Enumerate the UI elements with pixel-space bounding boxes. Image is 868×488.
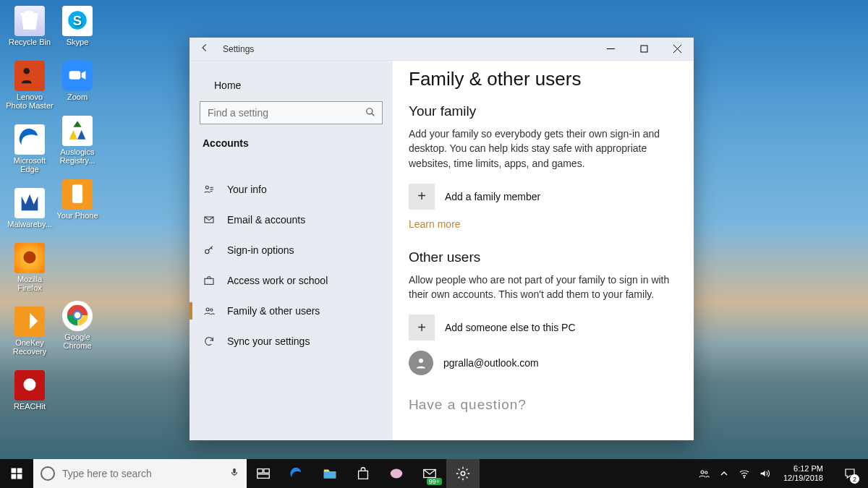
system-tray: 6:12 PM 12/19/2018 2 bbox=[698, 459, 868, 488]
svg-rect-23 bbox=[233, 468, 236, 474]
other-user-entry[interactable]: pgralla@outlook.com bbox=[409, 351, 678, 375]
task-view-button[interactable] bbox=[247, 459, 280, 488]
desktop-icon-label: REACHit bbox=[14, 402, 46, 411]
sync-icon bbox=[203, 335, 216, 347]
add-family-label: Add a family member bbox=[445, 191, 540, 202]
desktop-icon-auslogics[interactable]: Auslogics Registry... bbox=[54, 116, 101, 165]
desktop-icon-label: Lenovo Photo Master bbox=[6, 93, 53, 110]
onekey-icon bbox=[17, 309, 42, 335]
svg-rect-20 bbox=[17, 468, 22, 474]
recycle-bin-icon bbox=[17, 8, 42, 34]
svg-rect-6 bbox=[72, 184, 82, 203]
desktop-icon-label: OneKey Recovery bbox=[13, 338, 46, 356]
skype-icon: S bbox=[65, 8, 90, 34]
taskbar-clock[interactable]: 6:12 PM 12/19/2018 bbox=[779, 464, 827, 482]
desktop-icon-lenovo-photo-master[interactable]: Lenovo Photo Master bbox=[6, 61, 54, 110]
svg-rect-15 bbox=[205, 278, 213, 284]
nav-item-sync-your-settings[interactable]: Sync your settings bbox=[190, 327, 393, 356]
start-button[interactable] bbox=[0, 459, 33, 488]
home-label: Home bbox=[214, 80, 241, 91]
svg-rect-24 bbox=[258, 469, 263, 474]
taskbar-file-explorer[interactable] bbox=[313, 459, 346, 488]
action-center-button[interactable]: 2 bbox=[836, 459, 864, 488]
taskbar-mail[interactable]: 99+ bbox=[413, 459, 446, 488]
taskbar-app-paint[interactable] bbox=[380, 459, 413, 488]
phone-icon bbox=[65, 181, 90, 207]
desktop-icon-label: Malwareby... bbox=[7, 220, 52, 228]
desktop-icon-reachit[interactable]: REACHit bbox=[6, 370, 54, 411]
desktop-icon-label: Mozilla Firefox bbox=[17, 275, 42, 292]
desktop-icon-microsoft-edge[interactable]: Microsoft Edge bbox=[6, 124, 54, 174]
firefox-icon bbox=[17, 245, 42, 271]
nav-item-your-info[interactable]: Your info bbox=[190, 175, 393, 204]
desktop-icon-your-phone[interactable]: Your Phone bbox=[54, 179, 101, 220]
chrome-icon bbox=[65, 303, 90, 329]
nav-item-access-work-or-school[interactable]: Access work or school bbox=[190, 266, 393, 295]
desktop-icon-malwarebytes[interactable]: Malwareby... bbox=[6, 188, 54, 228]
minimize-button[interactable] bbox=[594, 38, 627, 61]
tray-volume-icon[interactable] bbox=[759, 468, 770, 479]
edge-icon bbox=[17, 127, 42, 153]
close-button[interactable] bbox=[660, 38, 694, 61]
desktop-icon-skype[interactable]: S Skype bbox=[54, 6, 101, 46]
tray-wifi-icon[interactable] bbox=[739, 468, 750, 479]
svg-point-12 bbox=[205, 186, 208, 189]
svg-point-0 bbox=[24, 68, 30, 74]
desktop-icon-label: Auslogics Registry... bbox=[60, 147, 95, 165]
learn-more-link[interactable]: Learn more bbox=[409, 218, 461, 230]
svg-rect-25 bbox=[264, 469, 269, 474]
nav-item-label: Sign-in options bbox=[227, 244, 294, 256]
svg-point-31 bbox=[705, 471, 707, 474]
key-icon bbox=[203, 244, 216, 256]
desktop-icon-firefox[interactable]: Mozilla Firefox bbox=[6, 243, 54, 292]
desktop-icon-label: Microsoft Edge bbox=[14, 156, 46, 174]
desktop: Recycle Bin Lenovo Photo Master Microsof… bbox=[0, 0, 868, 488]
back-button[interactable] bbox=[200, 43, 210, 55]
tray-chevron-up[interactable] bbox=[718, 468, 730, 479]
reachit-icon bbox=[17, 372, 42, 398]
desktop-icons: Recycle Bin Lenovo Photo Master Microsof… bbox=[6, 3, 122, 437]
user-email: pgralla@outlook.com bbox=[443, 357, 539, 369]
nav-item-family-other-users[interactable]: Family & other users bbox=[190, 296, 393, 325]
desktop-icon-chrome[interactable]: Google Chrome bbox=[54, 301, 101, 350]
tray-people[interactable] bbox=[698, 468, 710, 479]
taskbar-search[interactable] bbox=[33, 459, 247, 488]
nav-item-sign-in-options[interactable]: Sign-in options bbox=[190, 236, 393, 265]
nav-item-label: Family & other users bbox=[227, 305, 320, 317]
taskbar-settings[interactable] bbox=[446, 459, 480, 488]
nav-item-label: Sync your settings bbox=[227, 335, 310, 347]
photo-icon bbox=[17, 63, 42, 89]
svg-text:S: S bbox=[73, 13, 82, 28]
desktop-icon-onekey-recovery[interactable]: OneKey Recovery bbox=[6, 307, 54, 356]
nav-item-label: Email & accounts bbox=[227, 214, 305, 226]
desktop-icon-recycle-bin[interactable]: Recycle Bin bbox=[6, 6, 54, 46]
auslogics-icon bbox=[65, 118, 90, 144]
svg-rect-26 bbox=[258, 474, 270, 479]
people-icon bbox=[203, 305, 216, 317]
taskbar-store[interactable] bbox=[346, 459, 380, 488]
taskbar-edge[interactable] bbox=[280, 459, 313, 488]
search-input[interactable] bbox=[200, 101, 383, 124]
add-family-member[interactable]: + Add a family member bbox=[409, 184, 678, 210]
add-other-label: Add someone else to this PC bbox=[445, 322, 576, 333]
clock-date: 12/19/2018 bbox=[783, 474, 823, 483]
mic-icon[interactable] bbox=[229, 466, 239, 481]
mail-icon bbox=[203, 214, 216, 226]
nav-item-email-accounts[interactable]: Email & accounts bbox=[190, 205, 393, 234]
maximize-button[interactable] bbox=[627, 38, 660, 61]
titlebar[interactable]: Settings bbox=[190, 38, 694, 61]
nav-item-label: Access work or school bbox=[227, 275, 328, 286]
home-nav[interactable]: Home bbox=[190, 71, 393, 100]
clock-time: 6:12 PM bbox=[783, 464, 823, 474]
desktop-icon-label: Skype bbox=[67, 38, 89, 46]
svg-point-2 bbox=[24, 379, 36, 391]
add-other-user[interactable]: + Add someone else to this PC bbox=[409, 314, 678, 341]
nav-item-label: Your info bbox=[227, 184, 267, 195]
taskbar-search-input[interactable] bbox=[62, 468, 222, 479]
svg-point-17 bbox=[210, 309, 213, 311]
desktop-icon-zoom[interactable]: Zoom bbox=[54, 61, 101, 101]
svg-point-29 bbox=[461, 471, 465, 476]
svg-point-1 bbox=[24, 252, 36, 264]
svg-point-32 bbox=[744, 477, 744, 478]
section-title: Accounts bbox=[190, 132, 393, 162]
